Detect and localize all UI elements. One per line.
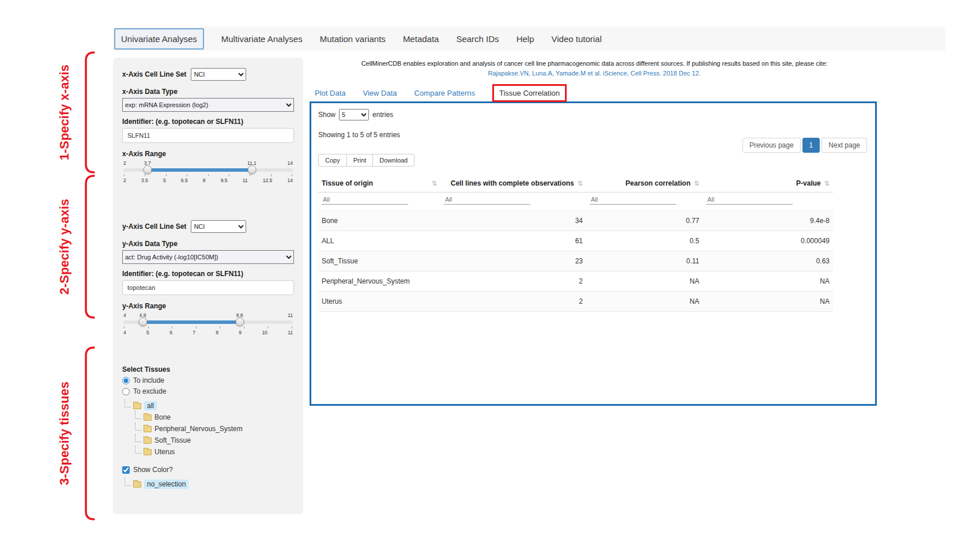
filter-tissue-input[interactable] — [322, 195, 408, 205]
y-identifier-input[interactable] — [122, 280, 294, 295]
folder-icon — [144, 437, 152, 444]
cell-count: 23 — [440, 251, 586, 271]
annotation-step3-label: 3-Specify tissues — [57, 382, 72, 485]
y-axis-range-slider[interactable]: 4 4.8 8.8 11 4 5 6 7 8 9 10 11 — [123, 312, 293, 335]
cell-pvalue: 0.000049 — [703, 231, 833, 251]
x-slider-handle-high[interactable] — [247, 165, 256, 174]
cell-tissue: Uterus — [318, 292, 440, 312]
previous-page-button[interactable]: Previous page — [742, 138, 801, 153]
sort-icon[interactable]: ⇅ — [694, 180, 699, 187]
tree-item-peripheral-nervous-system[interactable]: Peripheral_Nervous_System — [154, 425, 243, 433]
next-page-button[interactable]: Next page — [821, 138, 867, 153]
bracket-step3 — [83, 346, 97, 521]
tab-help[interactable]: Help — [517, 34, 534, 44]
filter-row — [318, 193, 833, 211]
y-slider-track[interactable] — [123, 320, 293, 324]
col-header-pearson[interactable]: Pearson correlation⇅ — [586, 175, 703, 193]
tree-item-bone[interactable]: Bone — [154, 413, 171, 421]
tree-item-no-selection[interactable]: no_selection — [144, 480, 189, 489]
tree-item-soft-tissue-row: Soft_Tissue — [135, 435, 294, 446]
exclude-radio[interactable] — [122, 388, 130, 395]
x-cell-line-set-select[interactable]: NCI — [191, 68, 246, 81]
subtab-plot-data[interactable]: Plot Data — [315, 89, 345, 97]
folder-icon — [133, 481, 141, 488]
table-row: Peripheral_Nervous_System 2 NA NA — [318, 271, 833, 292]
table-row: Soft_Tissue 23 0.11 0.63 — [318, 251, 833, 271]
cell-count: 61 — [440, 231, 586, 251]
include-radio[interactable] — [122, 377, 130, 384]
tissue-tree: all Bone Peripheral_Nervous_System Soft_… — [125, 400, 294, 458]
x-axis-range-slider[interactable]: 2 3.7 11.1 14 2 3.5 5 6.5 8 9.5 11 12.5 … — [123, 160, 293, 183]
y-data-type-label: y-Axis Data Type — [122, 240, 294, 248]
exclude-radio-row[interactable]: To exclude — [122, 387, 294, 395]
citation-link[interactable]: Rajapakse.VN, Luna.A, Yamade.M et al. iS… — [311, 70, 877, 77]
cell-pvalue: NA — [703, 271, 833, 292]
x-data-type-label: x-Axis Data Type — [122, 88, 294, 96]
x-slider-fill — [148, 168, 252, 172]
print-button[interactable]: Print — [347, 154, 374, 167]
sort-icon[interactable]: ⇅ — [578, 180, 583, 187]
x-slider-tick-labels: 2 3.5 5 6.5 8 9.5 11 12.5 14 — [123, 178, 293, 183]
folder-icon — [144, 426, 152, 432]
col-header-pvalue[interactable]: P-value⇅ — [703, 175, 833, 193]
folder-icon — [144, 449, 152, 455]
entries-label: entries — [372, 111, 393, 119]
select-tissues-label: Select Tissues — [122, 365, 294, 373]
copy-button[interactable]: Copy — [318, 154, 347, 167]
y-slider-handle-high[interactable] — [235, 318, 244, 326]
cell-count: 2 — [440, 271, 586, 292]
header-row: Tissue of origin⇅ Cell lines with comple… — [318, 175, 833, 193]
page-number-button[interactable]: 1 — [802, 138, 820, 153]
include-radio-row[interactable]: To include — [122, 376, 294, 384]
sort-icon[interactable]: ⇅ — [432, 180, 437, 187]
subtab-compare-patterns[interactable]: Compare Patterns — [414, 89, 476, 97]
download-button[interactable]: Download — [373, 154, 414, 167]
show-color-row[interactable]: Show Color? — [122, 466, 294, 474]
cell-pvalue: NA — [703, 292, 833, 312]
cell-tissue: Bone — [318, 211, 440, 231]
annotation-step1: 1-Specify x-axis — [52, 51, 77, 174]
y-range-label: y-Axis Range — [122, 302, 294, 310]
analysis-subtabs: Plot Data View Data Compare Patterns Tis… — [315, 84, 567, 102]
subtab-tissue-correlation[interactable]: Tissue Correlation — [492, 84, 567, 102]
show-color-checkbox[interactable] — [122, 466, 130, 474]
y-identifier-label: Identifier: (e.g. topotecan or SLFN11) — [122, 270, 294, 278]
tree-item-all[interactable]: all — [144, 401, 157, 410]
filter-pearson-input[interactable] — [590, 195, 676, 205]
table-row: Bone 34 0.77 9.4e-8 — [318, 211, 833, 231]
tree-item-no-selection-row: no_selection — [125, 478, 294, 490]
tree-item-uterus[interactable]: Uterus — [154, 448, 175, 456]
tissue-correlation-table: Tissue of origin⇅ Cell lines with comple… — [318, 175, 833, 312]
tab-multivariate-analyses[interactable]: Multivariate Analyses — [221, 34, 303, 44]
table-row: ALL 61 0.5 0.000049 — [318, 231, 833, 251]
tab-search-ids[interactable]: Search IDs — [456, 34, 499, 44]
y-range-values: 4 4.8 8.8 11 — [123, 312, 293, 319]
x-slider-handle-low[interactable] — [143, 165, 152, 174]
x-data-type-select[interactable]: exp: mRNA Expression (log2) — [122, 98, 294, 112]
sort-icon[interactable]: ⇅ — [824, 180, 830, 187]
tab-metadata[interactable]: Metadata — [403, 34, 439, 44]
entries-select[interactable]: 5 — [339, 109, 369, 120]
cell-pearson: 0.77 — [586, 211, 703, 231]
filter-cell-lines-input[interactable] — [444, 195, 530, 205]
cell-pearson: 0.11 — [586, 251, 703, 271]
subtab-view-data[interactable]: View Data — [363, 89, 397, 97]
tissue-correlation-panel: Show 5 entries Showing 1 to 5 of 5 entri… — [310, 101, 877, 406]
table-row: Uterus 2 NA NA — [318, 292, 833, 312]
y-data-type-select[interactable]: act: Drug Activity (-log10[IC50M]) — [122, 250, 294, 264]
tab-mutation-variants[interactable]: Mutation variants — [320, 34, 386, 44]
y-cell-line-set-select[interactable]: NCI — [191, 220, 246, 233]
cell-pearson: NA — [586, 271, 703, 292]
x-identifier-input[interactable] — [122, 128, 294, 143]
col-header-tissue-of-origin[interactable]: Tissue of origin⇅ — [318, 175, 440, 193]
tab-video-tutorial[interactable]: Video tutorial — [551, 34, 601, 44]
folder-icon — [133, 403, 141, 409]
x-cell-line-set-label: x-Axis Cell Line Set — [122, 70, 186, 78]
tree-item-soft-tissue[interactable]: Soft_Tissue — [154, 436, 191, 444]
y-slider-handle-low[interactable] — [138, 318, 147, 326]
filter-pvalue-input[interactable] — [706, 195, 793, 205]
x-slider-tickmarks — [123, 174, 293, 176]
tab-univariate-analyses[interactable]: Univariate Analyses — [114, 28, 204, 50]
col-header-cell-lines[interactable]: Cell lines with complete observations⇅ — [440, 175, 586, 193]
x-slider-track[interactable] — [123, 168, 293, 172]
